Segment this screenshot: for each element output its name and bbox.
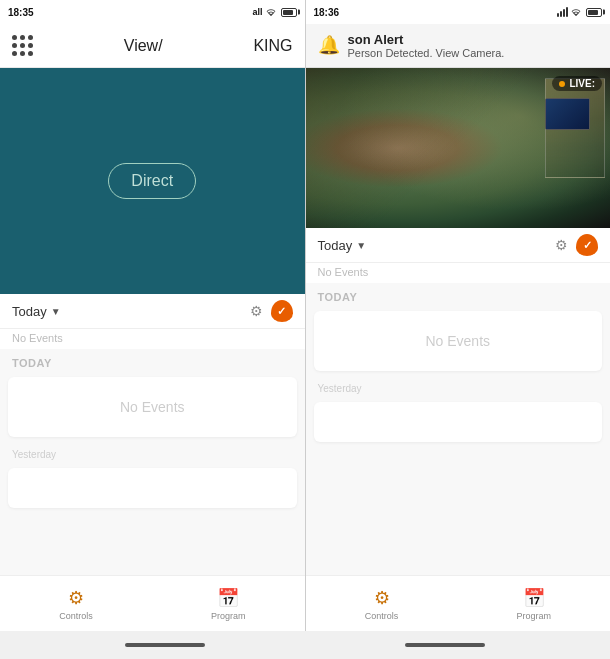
left-home-indicator	[125, 643, 205, 647]
left-program-label: Program	[211, 611, 246, 621]
right-controls-icon: ⚙	[374, 587, 390, 609]
bell-icon: 🔔	[318, 34, 340, 56]
wifi-icon	[265, 7, 277, 17]
right-gear-icon[interactable]: ⚙	[555, 237, 568, 253]
right-filter-left[interactable]: Today ▼	[318, 238, 367, 253]
right-nav-program[interactable]: 📅 Program	[458, 576, 610, 631]
battery-icon	[281, 8, 297, 17]
right-controls-label: Controls	[365, 611, 399, 621]
left-bottom-nav: ⚙ Controls 📅 Program	[0, 575, 305, 631]
notification-subtitle: Person Detected. View Camera.	[348, 47, 505, 59]
left-nav-program[interactable]: 📅 Program	[152, 576, 304, 631]
controls-icon: ⚙	[68, 587, 84, 609]
right-today-filter: Today	[318, 238, 353, 253]
menu-dots[interactable]	[12, 35, 33, 56]
right-program-icon: 📅	[523, 587, 545, 609]
right-wifi-icon	[570, 7, 582, 17]
right-signal-icon	[557, 7, 568, 17]
right-battery-icon	[586, 8, 602, 17]
fisheye-view	[306, 68, 611, 228]
left-events-filter: Today ▼ ⚙ ✓	[0, 294, 305, 329]
left-status-bar: 18:35 all	[0, 0, 305, 24]
left-header-title: View/	[124, 37, 163, 55]
right-filter-right: ⚙ ✓	[555, 234, 598, 256]
left-camera-area: Direct	[0, 68, 305, 294]
left-status-icons: all	[252, 7, 296, 17]
right-content-area: TODAY No Events Yesterday	[306, 283, 611, 575]
live-label: LIVE:	[569, 78, 595, 89]
right-camera-live: LIVE:	[306, 68, 611, 228]
left-no-events-small: No Events	[0, 329, 305, 349]
right-nav-controls[interactable]: ⚙ Controls	[306, 576, 458, 631]
left-chevron-down-icon: ▼	[51, 306, 61, 317]
right-shield-badge[interactable]: ✓	[576, 234, 598, 256]
program-icon: 📅	[217, 587, 239, 609]
right-events-filter: Today ▼ ⚙ ✓	[306, 228, 611, 263]
notification-text: son Alert Person Detected. View Camera.	[348, 32, 505, 59]
home-indicator-row	[0, 631, 610, 659]
left-yesterday-card	[8, 468, 297, 508]
shield-check-icon: ✓	[277, 305, 286, 318]
right-no-events-small: No Events	[306, 263, 611, 283]
live-dot-icon	[559, 81, 565, 87]
right-home-indicator	[405, 643, 485, 647]
left-yesterday-label: Yesterday	[0, 445, 305, 464]
notification-title: son Alert	[348, 32, 505, 47]
left-today-filter: Today	[12, 304, 47, 319]
left-filter-right: ⚙ ✓	[250, 300, 293, 322]
right-bottom-nav: ⚙ Controls 📅 Program	[306, 575, 611, 631]
left-filter-left[interactable]: Today ▼	[12, 304, 61, 319]
left-today-label: TODAY	[0, 349, 305, 373]
right-time: 18:36	[314, 7, 340, 18]
left-nav-controls[interactable]: ⚙ Controls	[0, 576, 152, 631]
left-time: 18:35	[8, 7, 34, 18]
right-status-icons	[557, 7, 602, 17]
phone-left: 18:35 all View/ KING	[0, 0, 305, 631]
left-content-area: TODAY No Events Yesterday	[0, 349, 305, 575]
live-badge: LIVE:	[552, 76, 602, 91]
right-yesterday-label: Yesterday	[306, 379, 611, 398]
right-status-bar: 18:36	[306, 0, 611, 24]
left-shield-badge[interactable]: ✓	[271, 300, 293, 322]
right-yesterday-card	[314, 402, 603, 442]
signal-text: all	[252, 7, 262, 17]
right-program-label: Program	[517, 611, 552, 621]
right-today-label: TODAY	[306, 283, 611, 307]
direct-button[interactable]: Direct	[108, 163, 196, 199]
tv-element	[545, 98, 590, 130]
left-header-name: KING	[253, 37, 292, 55]
left-no-events-card: No Events	[8, 377, 297, 437]
right-chevron-down-icon: ▼	[356, 240, 366, 251]
right-notification-banner[interactable]: 🔔 son Alert Person Detected. View Camera…	[306, 24, 611, 68]
left-app-header: View/ KING	[0, 24, 305, 68]
left-gear-icon[interactable]: ⚙	[250, 303, 263, 319]
right-no-events-card: No Events	[314, 311, 603, 371]
right-shield-check-icon: ✓	[583, 239, 592, 252]
phone-right: 18:36 🔔	[306, 0, 611, 631]
left-controls-label: Controls	[59, 611, 93, 621]
